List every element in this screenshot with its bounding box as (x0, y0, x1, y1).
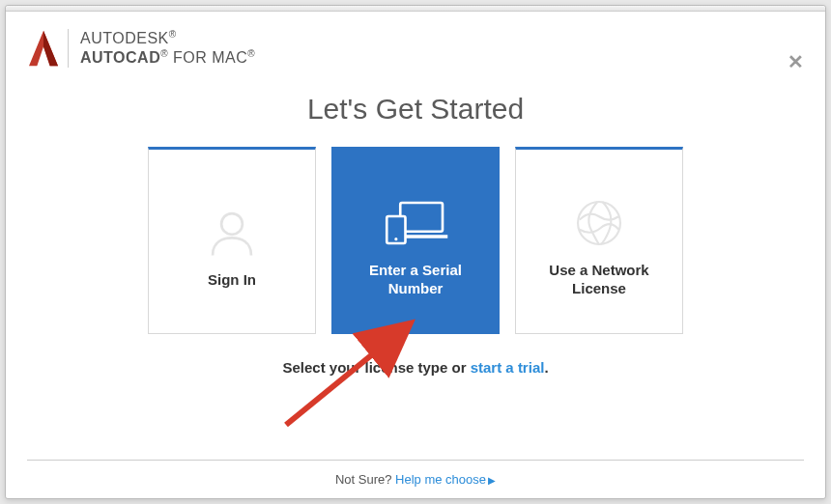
main: Let's Get Started Sign In (6, 77, 825, 460)
license-options: Sign In Enter a Serial Number (148, 147, 683, 334)
help-choose-link[interactable]: Help me choose (395, 472, 486, 487)
user-icon (204, 194, 260, 271)
svg-point-0 (221, 213, 243, 235)
footer-prefix: Not Sure? (335, 472, 395, 487)
serial-label: Enter a Serial Number (332, 262, 499, 298)
prompt-text: Select your license type or start a tria… (282, 359, 548, 376)
header: AUTODESK® AUTOCAD® FOR MAC® (6, 12, 825, 77)
brand-product-bold: AUTOCAD (80, 49, 160, 66)
prompt-prefix: Select your license type or (282, 359, 470, 376)
page-title: Let's Get Started (307, 93, 524, 126)
brand-line1: AUTODESK (80, 31, 169, 47)
network-label: Use a Network License (516, 262, 682, 298)
close-icon[interactable]: ✕ (788, 50, 804, 73)
license-dialog: ✕ AUTODESK® AUTOCAD® FOR MAC® Let's Get … (5, 5, 826, 499)
signin-label: Sign In (192, 271, 272, 290)
brand-product-rest: FOR MAC (168, 49, 247, 66)
serial-card[interactable]: Enter a Serial Number (331, 147, 500, 334)
autodesk-logo-icon (27, 29, 60, 68)
globe-icon (573, 184, 625, 262)
footer: Not Sure? Help me choose▶ (27, 460, 804, 498)
annotation-arrow-icon (267, 319, 441, 434)
prompt-suffix: . (544, 359, 548, 376)
signin-card[interactable]: Sign In (148, 147, 316, 334)
devices-icon (382, 184, 449, 262)
start-trial-link[interactable]: start a trial (471, 359, 545, 376)
svg-point-5 (578, 202, 620, 244)
network-card[interactable]: Use a Network License (515, 147, 683, 334)
brand-text: AUTODESK® AUTOCAD® FOR MAC® (68, 29, 255, 67)
chevron-right-icon: ▶ (488, 475, 496, 486)
svg-line-6 (286, 330, 402, 425)
svg-point-4 (394, 238, 397, 240)
